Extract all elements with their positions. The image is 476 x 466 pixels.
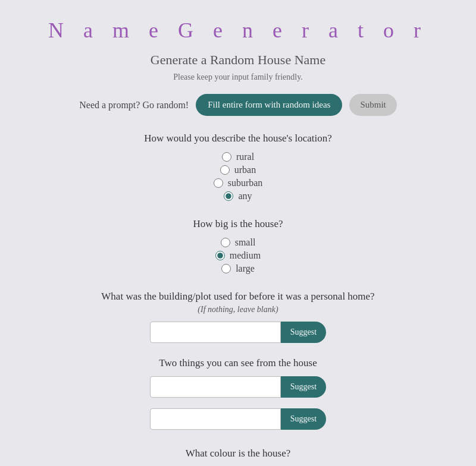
two-things-input-row-2: Suggest	[150, 408, 326, 430]
subtitle: Generate a Random House Name	[24, 52, 452, 68]
two-things-input-2[interactable]	[150, 408, 281, 430]
colour-question: What colour is the house?	[24, 448, 452, 459]
size-question: How big is the house?	[24, 218, 452, 230]
previous-use-section: What was the building/plot used for befo…	[24, 291, 452, 343]
size-option-large[interactable]: large	[221, 263, 255, 274]
app-title: N a m e G e n e r a t o r	[24, 18, 452, 43]
size-section: How big is the house? small medium large	[24, 218, 452, 274]
location-radio-any[interactable]	[224, 191, 233, 201]
location-radio-suburban[interactable]	[214, 178, 223, 188]
location-radio-urban[interactable]	[220, 165, 230, 175]
size-radio-medium[interactable]	[215, 251, 225, 260]
location-option-rural[interactable]: rural	[222, 152, 254, 162]
size-radio-group: small medium large	[24, 237, 452, 274]
previous-use-subtext: (If nothing, leave blank)	[24, 305, 452, 314]
size-label-large: large	[236, 263, 255, 274]
size-radio-large[interactable]	[221, 264, 231, 273]
location-radio-rural[interactable]	[222, 152, 231, 162]
location-label-urban: urban	[234, 165, 256, 175]
location-label-rural: rural	[236, 152, 254, 162]
colour-section: What colour is the house?	[24, 448, 452, 459]
size-label-small: small	[235, 237, 256, 248]
random-label: Need a prompt? Go random!	[79, 100, 189, 111]
family-friendly-note: Please keep your input family friendly.	[24, 73, 452, 82]
location-section: How would you describe the house's locat…	[24, 133, 452, 201]
size-option-medium[interactable]: medium	[215, 250, 261, 261]
two-things-input-1[interactable]	[150, 376, 281, 398]
previous-use-input[interactable]	[150, 322, 281, 343]
size-label-medium: medium	[230, 250, 261, 261]
two-things-question: Two things you can see from the house	[24, 357, 452, 369]
fill-random-button[interactable]: Fill entire form with random ideas	[196, 94, 342, 116]
location-label-any: any	[238, 191, 252, 201]
two-things-suggest-button-2[interactable]: Suggest	[281, 408, 326, 430]
location-question: How would you describe the house's locat…	[24, 133, 452, 144]
location-option-any[interactable]: any	[224, 191, 252, 201]
two-things-input-row-1: Suggest	[150, 376, 326, 398]
size-option-small[interactable]: small	[221, 237, 256, 248]
submit-button[interactable]: Submit	[349, 94, 396, 116]
previous-use-suggest-button[interactable]: Suggest	[281, 322, 326, 343]
location-label-suburban: suburban	[228, 178, 263, 188]
page-container: N a m e G e n e r a t o r Generate a Ran…	[0, 0, 476, 466]
random-row: Need a prompt? Go random! Fill entire fo…	[24, 94, 452, 116]
location-option-suburban[interactable]: suburban	[214, 178, 263, 188]
size-radio-small[interactable]	[221, 238, 230, 247]
two-things-inputs: Suggest Suggest	[24, 376, 452, 436]
two-things-section: Two things you can see from the house Su…	[24, 357, 452, 436]
previous-use-question: What was the building/plot used for befo…	[24, 291, 452, 303]
location-radio-group: rural urban suburban any	[24, 152, 452, 201]
previous-use-input-row: Suggest	[24, 322, 452, 343]
two-things-suggest-button-1[interactable]: Suggest	[281, 376, 326, 398]
location-option-urban[interactable]: urban	[220, 165, 256, 175]
